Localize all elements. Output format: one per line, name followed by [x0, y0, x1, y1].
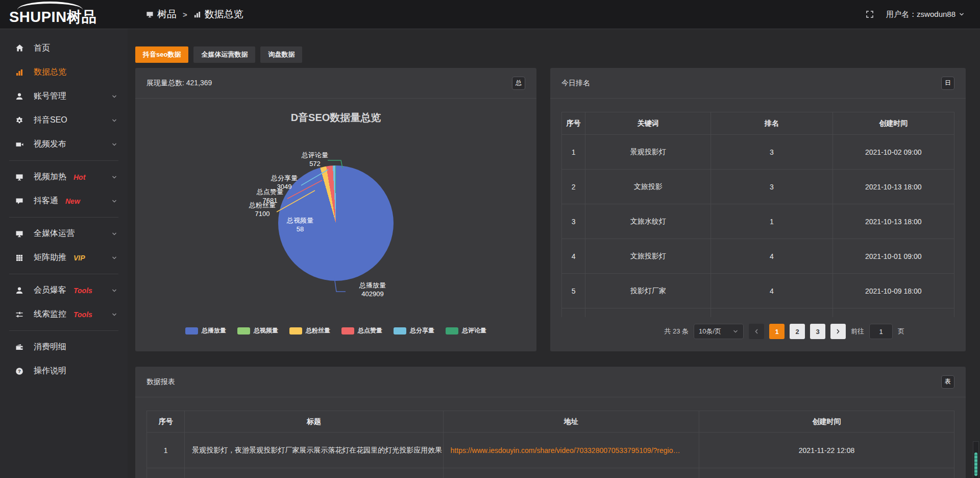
goto-suffix-label: 页	[898, 327, 904, 336]
pagination: 共 23 条10条/页123前往页	[664, 324, 904, 339]
user-icon	[15, 286, 26, 295]
impressions-total: 展现量总数: 421,369	[146, 79, 212, 88]
today-ranking-title: 今日排名	[561, 79, 590, 88]
top-row: 展现量总数: 421,369 总 D音SEO数据量总览 总播放	[135, 68, 966, 351]
page-button-1[interactable]: 1	[769, 324, 785, 339]
page-button-2[interactable]: 2	[790, 324, 805, 339]
pie-label-shares: 总分享量3049	[271, 174, 298, 191]
breadcrumb-current[interactable]: 数据总览	[193, 8, 243, 21]
scrollbar-track[interactable]	[973, 441, 979, 478]
sidebar-item-视频发布[interactable]: 视频发布	[0, 133, 128, 155]
column-header: 排名	[711, 112, 832, 135]
sidebar-item-账号管理[interactable]: 账号管理	[0, 85, 128, 107]
legend-swatch	[341, 327, 354, 334]
pie-chart: D音SEO数据量总览 总播放量402909 总视频量58 总粉丝量7100 总点…	[135, 99, 536, 351]
link-cell[interactable]: https://www.iesdouyin.com/share/video/70…	[443, 433, 699, 468]
partial-row	[147, 468, 954, 478]
chevron-down-icon	[111, 93, 117, 100]
breadcrumb-home[interactable]: 树品	[146, 8, 177, 21]
tab-全媒体运营数据[interactable]: 全媒体运营数据	[193, 46, 255, 63]
sidebar-item-label: 数据总览	[34, 67, 66, 78]
today-ranking-head: 今日排名 日	[550, 68, 966, 99]
legend-swatch	[237, 327, 250, 334]
sidebar-item-label: 消费明细	[34, 342, 66, 352]
legend-label: 总分享量	[410, 326, 434, 335]
legend-swatch	[394, 327, 406, 334]
page-size-select[interactable]: 10条/页	[694, 324, 744, 339]
sidebar-item-首页[interactable]: 首页	[0, 37, 128, 59]
table-cell: 景观投影灯，夜游景观投影灯厂家展示展示落花灯在花园里的灯光投影应用效果 #	[185, 433, 443, 468]
prev-page-button[interactable]	[749, 324, 764, 339]
table-cell: 1	[711, 204, 832, 239]
sidebar-item-视频加热[interactable]: 视频加热Hot	[0, 166, 128, 188]
partial-row	[562, 308, 954, 318]
breadcrumb-label: 数据总览	[205, 8, 243, 21]
table-header-row: 序号关键词排名创建时间	[562, 112, 954, 135]
chevron-down-icon	[111, 141, 117, 148]
seo-chart-panel: 展现量总数: 421,369 总 D音SEO数据量总览 总播放	[135, 68, 536, 351]
sidebar-item-全媒体运营[interactable]: 全媒体运营	[0, 223, 128, 245]
gear-icon	[15, 116, 26, 125]
sidebar-item-抖音SEO[interactable]: 抖音SEO	[0, 109, 128, 131]
goto-page-input[interactable]	[869, 324, 893, 339]
tab-询盘数据[interactable]: 询盘数据	[260, 46, 302, 63]
scrollbar-thumb[interactable]	[974, 452, 977, 476]
pie-label-play: 总播放量402909	[359, 281, 386, 298]
pie-label-comments: 总评论量572	[302, 151, 328, 168]
table-badge-button[interactable]: 表	[941, 375, 954, 389]
chevron-down-icon	[111, 288, 117, 294]
tab-抖音seo数据[interactable]: 抖音seo数据	[135, 46, 188, 63]
table-cell: 3	[711, 135, 832, 170]
sidebar-item-label: 会员爆客	[34, 285, 66, 296]
sidebar-item-抖客通[interactable]: 抖客通New	[0, 190, 128, 212]
user-menu[interactable]: 用户名：zswodun88	[886, 10, 965, 19]
video-publish-icon	[15, 140, 26, 149]
legend-swatch	[446, 327, 458, 334]
sidebar-item-label: 操作说明	[34, 366, 66, 376]
sidebar-item-label: 视频加热	[34, 172, 66, 182]
data-report-panel: 数据报表 表 序号标题地址创建时间1景观投影灯，夜游景观投影灯厂家展示展示落花灯…	[135, 367, 966, 478]
next-page-button[interactable]	[830, 324, 846, 339]
chevron-down-icon	[111, 312, 117, 318]
sidebar-divider	[9, 160, 118, 161]
day-badge-button[interactable]: 日	[941, 77, 954, 90]
legend-item-总点赞量[interactable]: 总点赞量	[341, 326, 382, 335]
header-right: 用户名：zswodun88	[866, 10, 965, 19]
sidebar-item-label: 全媒体运营	[34, 228, 75, 239]
table-row: 5投影灯厂家42021-10-09 18:00	[562, 274, 954, 308]
column-header: 关键词	[585, 112, 711, 135]
total-badge-button[interactable]: 总	[512, 77, 525, 90]
legend-item-总分享量[interactable]: 总分享量	[394, 326, 434, 335]
sidebar-item-label: 首页	[34, 43, 50, 54]
legend-item-总评论量[interactable]: 总评论量	[446, 326, 486, 335]
page-button-3[interactable]: 3	[810, 324, 825, 339]
fullscreen-icon[interactable]	[866, 10, 874, 18]
sidebar-menu: 首页数据总览账号管理抖音SEO视频发布视频加热Hot抖客通New全媒体运营矩阵助…	[0, 37, 128, 382]
logo: SHUPIN树品	[0, 0, 128, 29]
table-row: 1景观投影灯32021-10-02 09:00	[562, 135, 954, 170]
sidebar-item-矩阵助推[interactable]: 矩阵助推VIP	[0, 247, 128, 269]
sidebar-divider	[9, 217, 118, 218]
legend-item-总视频量[interactable]: 总视频量	[237, 326, 278, 335]
column-header: 序号	[147, 411, 185, 433]
impressions-total-value: 421,369	[186, 79, 212, 87]
bar-chart-icon	[193, 11, 201, 18]
sidebar-item-数据总览[interactable]: 数据总览	[0, 61, 128, 83]
table-cell: 4	[711, 274, 832, 308]
chevron-down-icon	[959, 11, 965, 17]
screen-icon	[146, 11, 154, 18]
sidebar-item-会员爆客[interactable]: 会员爆客Tools	[0, 279, 128, 301]
data-report-title: 数据报表	[146, 377, 175, 387]
table-cell: 5	[562, 274, 585, 308]
legend-item-总粉丝量[interactable]: 总粉丝量	[289, 326, 330, 335]
legend-item-总播放量[interactable]: 总播放量	[185, 326, 226, 335]
sidebar-item-线索监控[interactable]: 线索监控Tools	[0, 303, 128, 325]
data-tabs: 抖音seo数据全媒体运营数据询盘数据	[135, 46, 966, 63]
sidebar-item-消费明细[interactable]: 消费明细	[0, 336, 128, 358]
table-cell: 景观投影灯	[585, 135, 711, 170]
table-cell: 2021-10-13 18:00	[832, 204, 954, 239]
sidebar-item-操作说明[interactable]: ?操作说明	[0, 360, 128, 382]
sidebar-divider	[9, 330, 118, 331]
table-cell: 投影灯厂家	[585, 274, 711, 308]
table-cell: 1	[562, 135, 585, 170]
